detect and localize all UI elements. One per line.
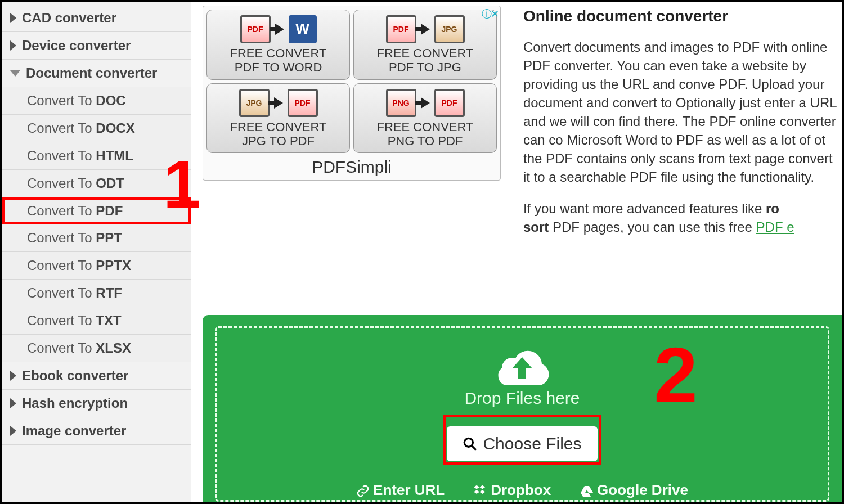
sidebar-cat-hash[interactable]: Hash encryption [2,390,191,417]
pdf-file-icon: PDF [434,89,465,117]
sidebar-sub-doc[interactable]: Convert To DOC [2,87,191,115]
sidebar-sub-pre: Convert To [27,340,96,356]
desc-text: If you want more advanced features like [523,201,766,216]
cloud-upload-icon [488,341,556,385]
sidebar-sub-pre: Convert To [27,230,96,245]
choose-files-label: Choose Files [483,434,581,453]
caret-down-icon [10,70,20,76]
jpg-file-icon: JPG [434,15,465,43]
sidebar-cat-label: Device converter [22,38,131,53]
sidebar-sub-ppt[interactable]: Convert To PPT [2,224,191,252]
sidebar-sub-txt[interactable]: Convert To TXT [2,307,191,335]
arrow-right-icon [274,97,283,109]
desc-bold: ro [766,201,779,216]
annotation-number-2: 2 [654,330,698,421]
upload-sub-label: Google Drive [597,482,688,498]
pdf-editor-link[interactable]: PDF e [756,219,794,235]
upload-dropzone[interactable]: Drop Files here Choose Files Enter URL D… [215,326,829,502]
sidebar-cat-label: Hash encryption [22,395,128,411]
ad-cell-pdf-to-jpg[interactable]: PDF JPG FREE CONVERT PDF TO JPG [353,10,497,80]
ad-cell-line1: FREE CONVERT [209,120,347,134]
sidebar-sub-xlsx[interactable]: Convert To XLSX [2,335,191,362]
sidebar-cat-label: Ebook converter [22,368,128,384]
sidebar-sub-pre: Convert To [27,258,96,273]
description-paragraph-1: Convert documents and images to PDF with… [523,38,842,187]
upload-sub-label: Dropbox [491,482,551,498]
ad-grid: PDF W FREE CONVERT PDF TO WORD PDF JPG F… [206,10,497,153]
sidebar-cat-document[interactable]: Document converter [2,60,191,87]
desc-text: PDF pages, you can use this free [549,219,756,235]
sidebar-sub-fmt: PPTX [96,258,131,273]
sidebar-sub-rtf[interactable]: Convert To RTF [2,280,191,307]
sidebar-sub-fmt: ODT [96,176,124,191]
ad-cell-line2: PNG TO PDF [356,134,494,148]
ad-cell-line2: PDF TO WORD [209,60,347,74]
upload-area: Drop Files here Choose Files Enter URL D… [203,315,842,502]
sidebar-sub-pre: Convert To [27,285,96,300]
sidebar-sub-fmt: RTF [96,285,122,300]
sidebar-cat-ebook[interactable]: Ebook converter [2,362,191,390]
ad-cell-pdf-to-word[interactable]: PDF W FREE CONVERT PDF TO WORD [206,10,350,80]
sidebar-sub-pre: Convert To [27,313,96,328]
choose-files-button[interactable]: Choose Files [447,426,597,461]
dropbox-icon [474,484,487,498]
sidebar-sub-pre: Convert To [27,203,96,218]
ad-cell-line1: FREE CONVERT [356,46,494,60]
drop-files-label: Drop Files here [217,389,828,408]
sidebar-sub-fmt: TXT [96,313,121,328]
desc-bold: sort [523,219,549,235]
page-title: Online document converter [523,6,842,28]
enter-url-link[interactable]: Enter URL [356,482,445,499]
annotation-box-2: Choose Files [443,415,601,465]
sidebar-sub-fmt: DOCX [96,120,134,136]
svg-point-0 [465,438,473,447]
pdf-file-icon: PDF [240,15,271,43]
jpg-file-icon: JPG [239,89,270,117]
sidebar-sub-fmt: DOC [96,93,125,108]
ad-cell-jpg-to-pdf[interactable]: JPG PDF FREE CONVERT JPG TO PDF [206,83,350,154]
png-file-icon: PNG [386,89,416,117]
ad-icon-row: PDF W [209,14,347,45]
sidebar-cat-label: Image converter [22,423,126,439]
ad-caption: PDFSimpli [206,153,497,179]
sidebar-sub-pre: Convert To [27,93,96,108]
caret-right-icon [10,398,16,408]
sidebar-cat-image[interactable]: Image converter [2,417,191,445]
sidebar-sub-html[interactable]: Convert To HTML [2,142,191,170]
-icon-row: JPG PDF [209,87,347,119]
sidebar-sub-fmt: PDF [96,203,123,218]
ad-icon-row: PDF JPG [356,14,494,45]
arrow-right-icon [275,24,284,35]
sidebar: CAD converter Device converter Document … [2,2,191,502]
arrow-right-icon [421,24,430,35]
sidebar-cat-cad[interactable]: CAD converter [2,4,191,32]
google-drive-icon [580,484,594,498]
sidebar-cat-label: Document converter [26,65,157,81]
sidebar-sub-fmt: XLSX [96,340,131,356]
upload-sub-label: Enter URL [373,482,445,498]
search-icon [463,436,477,451]
google-drive-link[interactable]: Google Drive [580,482,688,499]
sidebar-cat-label: CAD converter [22,10,116,26]
ad-close-icon[interactable]: ⓘ✕ [482,7,498,21]
dropbox-link[interactable]: Dropbox [474,482,551,499]
main: ⓘ✕ PDF W FREE CONVERT PDF TO WORD PDF JP… [191,2,842,502]
ad-cell-line1: FREE CONVERT [209,46,347,60]
ad-cell-png-to-pdf[interactable]: PNG PDF FREE CONVERT PNG TO PDF [353,83,497,154]
sidebar-sub-pdf[interactable]: Convert To PDF [2,197,191,224]
svg-line-1 [472,446,477,450]
sidebar-sub-fmt: PPT [96,230,122,245]
word-file-icon: W [289,15,317,43]
sidebar-sub-pre: Convert To [27,148,96,163]
caret-right-icon [10,13,16,23]
caret-right-icon [10,371,16,381]
description-paragraph-2: If you want more advanced features like … [523,199,842,236]
description: Online document converter Convert docume… [523,6,842,236]
arrow-right-icon [421,97,430,109]
sidebar-sub-pre: Convert To [27,120,96,136]
sidebar-cat-device[interactable]: Device converter [2,32,191,60]
sidebar-sub-pptx[interactable]: Convert To PPTX [2,252,191,280]
sidebar-sub-docx[interactable]: Convert To DOCX [2,115,191,142]
pdf-file-icon: PDF [386,15,416,43]
sidebar-sub-odt[interactable]: Convert To ODT [2,170,191,197]
